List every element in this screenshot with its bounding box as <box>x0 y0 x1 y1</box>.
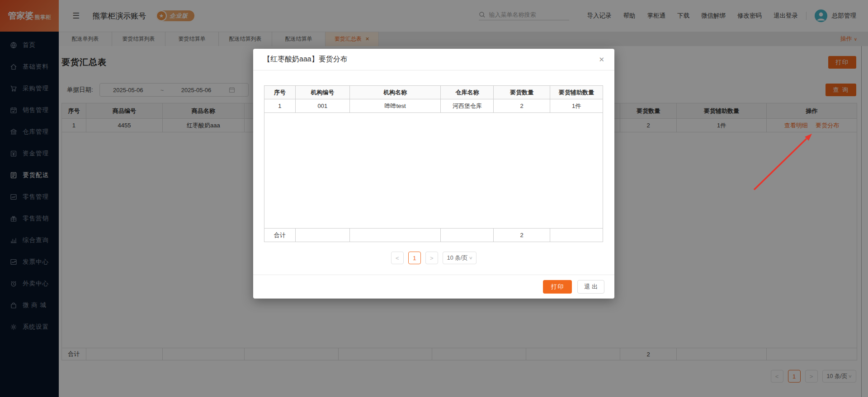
table-empty-space <box>264 113 603 229</box>
total-label: 合计 <box>264 229 296 242</box>
distribution-modal: 【红枣酸奶aaa】要货分布 ✕ 序号 机构编号 机构名称 仓库名称 要货数量 要… <box>253 49 614 299</box>
next-page-button[interactable]: > <box>425 252 438 264</box>
col-seq: 序号 <box>264 86 296 99</box>
cell-warehouse-name: 河西堡仓库 <box>441 99 494 113</box>
modal-print-button[interactable]: 打印 <box>543 280 572 294</box>
col-request-aux-qty: 要货辅助数量 <box>550 86 603 99</box>
prev-page-button[interactable]: < <box>391 252 404 264</box>
cell-org-name: 哗哗test <box>349 99 441 113</box>
cell-org-code: 001 <box>295 99 349 113</box>
col-org-code: 机构编号 <box>295 86 349 99</box>
page-size-select[interactable]: 10 条/页 ∨ <box>443 252 476 264</box>
total-request-qty: 2 <box>494 229 550 242</box>
cell-request-aux-qty: 1件 <box>550 99 603 113</box>
col-warehouse-name: 仓库名称 <box>441 86 494 99</box>
distribution-table: 序号 机构编号 机构名称 仓库名称 要货数量 要货辅助数量 1 001 哗哗te… <box>264 85 603 242</box>
close-icon[interactable]: ✕ <box>599 56 604 64</box>
chevron-down-icon: ∨ <box>468 256 472 260</box>
modal-title: 【红枣酸奶aaa】要货分布 <box>263 55 348 64</box>
table-row: 1 001 哗哗test 河西堡仓库 2 1件 <box>264 99 603 113</box>
modal-pagination: < 1 > 10 条/页 ∨ <box>264 252 604 264</box>
cell-request-qty: 2 <box>494 99 550 113</box>
modal-exit-button[interactable]: 退 出 <box>577 280 604 294</box>
distribution-header-row: 序号 机构编号 机构名称 仓库名称 要货数量 要货辅助数量 <box>264 86 603 99</box>
col-org-name: 机构名称 <box>349 86 441 99</box>
cell-seq: 1 <box>264 99 296 113</box>
table-total-row: 合计 2 <box>264 229 603 242</box>
page-size-value: 10 条/页 <box>447 254 468 262</box>
page-number-button[interactable]: 1 <box>408 252 421 264</box>
col-request-qty: 要货数量 <box>494 86 550 99</box>
